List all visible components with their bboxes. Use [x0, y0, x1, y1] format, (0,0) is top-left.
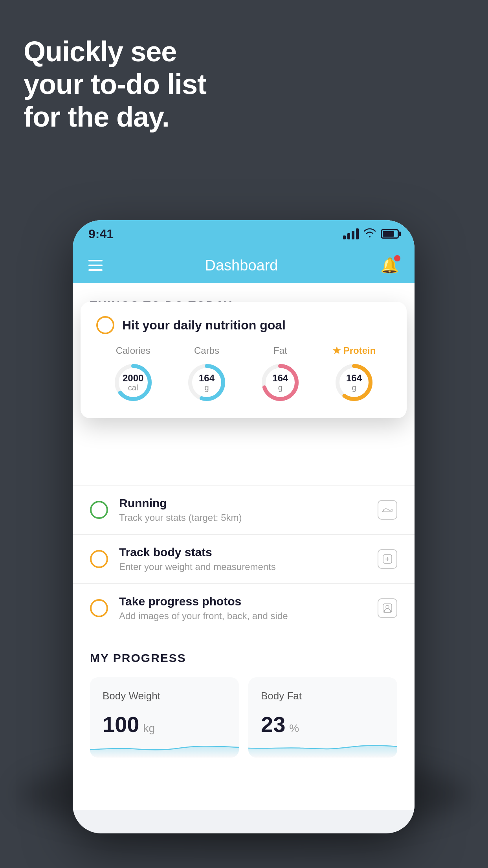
body-fat-unit: % [289, 722, 299, 735]
body-weight-chart [90, 734, 239, 758]
running-subtitle: Track your stats (target: 5km) [119, 512, 367, 523]
body-fat-title: Body Fat [261, 690, 385, 702]
carbs-label: Carbs [194, 345, 219, 356]
photos-subtitle: Add images of your front, back, and side [119, 611, 367, 622]
shoe-icon [378, 500, 397, 520]
photos-text: Take progress photos Add images of your … [119, 595, 367, 622]
body-stats-text: Track body stats Enter your weight and m… [119, 546, 367, 572]
fat-value: 164 [272, 373, 288, 383]
body-weight-card: Body Weight 100 kg [90, 677, 239, 758]
protein-value: 164 [346, 373, 362, 383]
nutrition-checkbox[interactable] [96, 316, 114, 334]
progress-section: MY PROGRESS Body Weight 100 kg [73, 633, 415, 758]
body-weight-value: 100 [103, 712, 139, 737]
calories-value: 2000 [123, 373, 143, 383]
body-fat-value-row: 23 % [261, 712, 385, 737]
nutrition-card: Hit your daily nutrition goal Calories 2… [81, 302, 407, 418]
signal-icon [343, 228, 359, 239]
fat-donut: 164 g [259, 361, 302, 404]
battery-icon [381, 229, 399, 239]
main-content: THINGS TO DO TODAY Hit your daily nutrit… [73, 283, 415, 810]
todo-item-photos[interactable]: Take progress photos Add images of your … [73, 583, 415, 633]
body-stats-title: Track body stats [119, 546, 367, 559]
header-title: Dashboard [205, 257, 278, 274]
app-header: Dashboard 🔔 [73, 248, 415, 283]
carbs-donut: 164 g [185, 361, 228, 404]
nutrition-item-carbs: Carbs 164 g [185, 345, 228, 404]
status-bar: 9:41 [73, 220, 415, 248]
nutrition-item-calories: Calories 2000 cal [112, 345, 155, 404]
todo-item-body-stats[interactable]: Track body stats Enter your weight and m… [73, 534, 415, 583]
body-fat-value: 23 [261, 712, 285, 737]
body-fat-chart [248, 734, 397, 758]
progress-heading: MY PROGRESS [90, 651, 397, 665]
fat-unit: g [272, 383, 288, 392]
calories-label: Calories [116, 345, 150, 356]
calories-unit: cal [123, 383, 143, 392]
protein-donut: 164 g [332, 361, 376, 404]
body-stats-subtitle: Enter your weight and measurements [119, 561, 367, 572]
notification-bell-button[interactable]: 🔔 [380, 257, 399, 274]
scale-icon [378, 549, 397, 569]
calories-donut: 2000 cal [112, 361, 155, 404]
todo-item-running[interactable]: Running Track your stats (target: 5km) [73, 485, 415, 534]
body-fat-card: Body Fat 23 % [248, 677, 397, 758]
progress-cards-row: Body Weight 100 kg [90, 677, 397, 758]
carbs-value: 164 [199, 373, 215, 383]
body-weight-title: Body Weight [103, 690, 226, 702]
nutrition-item-fat: Fat 164 g [259, 345, 302, 404]
hamburger-menu-button[interactable] [88, 260, 103, 271]
status-time: 9:41 [88, 227, 114, 241]
protein-label: ★ Protein [332, 345, 376, 356]
running-title: Running [119, 497, 367, 510]
photos-title: Take progress photos [119, 595, 367, 608]
fat-label: Fat [273, 345, 287, 356]
photos-checkbox[interactable] [90, 599, 108, 617]
nutrition-item-protein: ★ Protein 164 g [332, 345, 376, 404]
carbs-unit: g [199, 383, 215, 392]
person-icon [378, 598, 397, 618]
running-checkbox[interactable] [90, 501, 108, 519]
body-weight-value-row: 100 kg [103, 712, 226, 737]
hero-text: Quickly see your to-do list for the day. [24, 35, 206, 133]
status-icons [343, 227, 399, 241]
star-icon: ★ [332, 345, 341, 356]
nutrition-card-title: Hit your daily nutrition goal [122, 318, 286, 333]
svg-point-12 [386, 605, 389, 609]
phone-shell: 9:41 Da [73, 220, 415, 833]
running-text: Running Track your stats (target: 5km) [119, 497, 367, 523]
wifi-icon [363, 227, 376, 241]
todo-list: Running Track your stats (target: 5km) T… [73, 485, 415, 633]
body-weight-unit: kg [143, 722, 155, 735]
protein-unit: g [346, 383, 362, 392]
nutrition-circles-row: Calories 2000 cal Carbs [96, 345, 391, 404]
body-stats-checkbox[interactable] [90, 550, 108, 568]
